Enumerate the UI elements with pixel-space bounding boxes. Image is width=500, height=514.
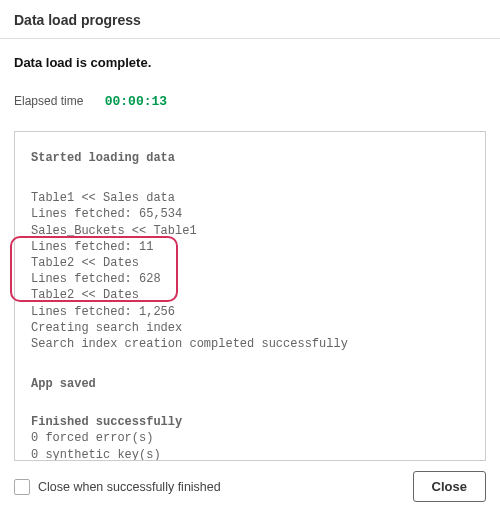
checkbox-label: Close when successfully finished: [38, 480, 221, 494]
close-on-finish-checkbox[interactable]: Close when successfully finished: [14, 479, 221, 495]
elapsed-label: Elapsed time: [14, 94, 83, 108]
log-start-heading: Started loading data: [31, 150, 469, 166]
dialog-title: Data load progress: [0, 0, 500, 39]
log-line: Table1 << Sales data: [31, 190, 469, 206]
log-line: Search index creation completed successf…: [31, 336, 469, 352]
log-line: Sales_Buckets << Table1: [31, 223, 469, 239]
checkbox-icon: [14, 479, 30, 495]
close-button[interactable]: Close: [413, 471, 486, 502]
dialog-footer: Close when successfully finished Close: [0, 461, 500, 514]
log-finished-heading: Finished successfully: [31, 414, 469, 430]
log-line: Lines fetched: 11: [31, 239, 469, 255]
log-saved-heading: App saved: [31, 376, 469, 392]
load-complete-message: Data load is complete.: [14, 55, 486, 70]
log-forced-errors: 0 forced error(s): [31, 430, 469, 446]
elapsed-row: Elapsed time 00:00:13: [14, 94, 486, 109]
log-line: Lines fetched: 628: [31, 271, 469, 287]
status-area: Data load is complete. Elapsed time 00:0…: [0, 39, 500, 131]
log-synthetic-keys: 0 synthetic key(s): [31, 447, 469, 461]
elapsed-time-value: 00:00:13: [105, 94, 167, 109]
log-line: Table2 << Dates: [31, 287, 469, 303]
log-line: Lines fetched: 1,256: [31, 304, 469, 320]
log-line: Creating search index: [31, 320, 469, 336]
log-panel: Started loading data Table1 << Sales dat…: [14, 131, 486, 461]
log-line: Table2 << Dates: [31, 255, 469, 271]
log-line: Lines fetched: 65,534: [31, 206, 469, 222]
